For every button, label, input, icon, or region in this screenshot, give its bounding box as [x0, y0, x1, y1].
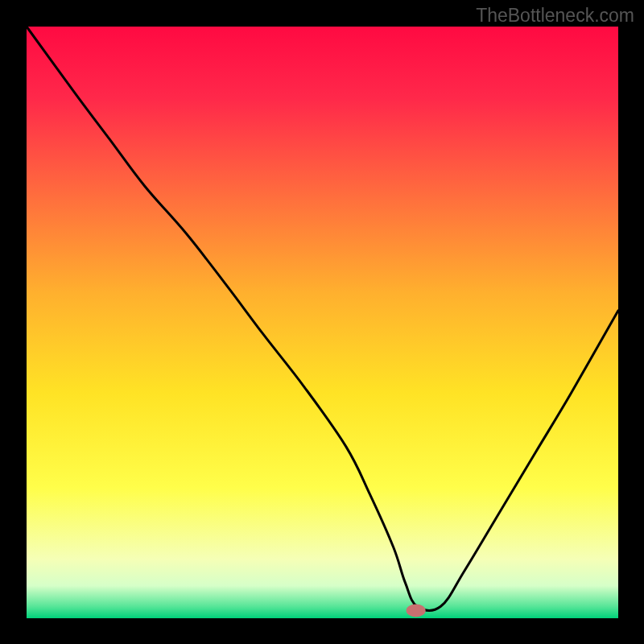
bottleneck-chart	[0, 0, 644, 644]
gradient-plot-area	[27, 27, 618, 618]
chart-frame: TheBottleneck.com	[0, 0, 644, 644]
bottleneck-marker	[407, 604, 426, 617]
watermark-label: TheBottleneck.com	[476, 5, 634, 27]
